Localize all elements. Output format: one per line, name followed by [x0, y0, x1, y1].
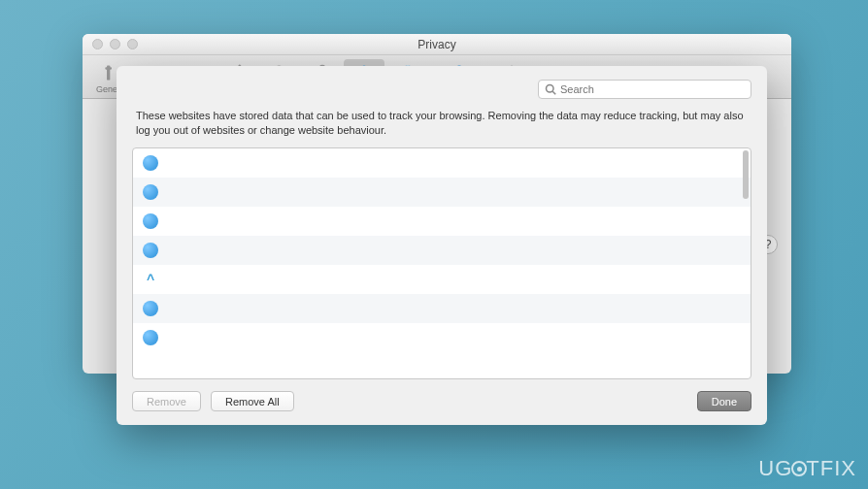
globe-icon: [143, 330, 158, 345]
globe-icon: [143, 301, 158, 316]
website-data-list[interactable]: ^: [132, 147, 751, 379]
search-row: [132, 80, 751, 99]
traffic-lights: [83, 39, 138, 49]
list-item[interactable]: [133, 207, 751, 236]
globe-icon: [143, 155, 158, 171]
list-item[interactable]: [133, 148, 751, 178]
list-item[interactable]: ^: [133, 265, 751, 294]
svg-point-14: [547, 85, 554, 93]
sheet-description: These websites have stored data that can…: [132, 109, 751, 138]
minimize-button[interactable]: [110, 39, 120, 49]
remove-all-button[interactable]: Remove All: [211, 391, 294, 411]
button-row: Remove Remove All Done: [132, 391, 751, 411]
website-data-sheet: These websites have stored data that can…: [117, 66, 767, 425]
scrollbar-thumb[interactable]: [743, 150, 749, 199]
titlebar: Privacy: [83, 34, 791, 55]
watermark: UGTFIX: [758, 456, 856, 481]
chevron-up-icon: ^: [143, 272, 158, 287]
list-item[interactable]: [133, 178, 751, 207]
search-icon: [545, 83, 556, 95]
search-input[interactable]: [560, 83, 745, 95]
search-field[interactable]: [538, 80, 751, 99]
globe-icon: [143, 184, 158, 200]
list-item[interactable]: [133, 236, 751, 265]
globe-icon: [143, 213, 158, 229]
zoom-button[interactable]: [127, 39, 138, 49]
list-item[interactable]: [133, 323, 751, 352]
svg-line-15: [552, 91, 555, 94]
remove-button: Remove: [132, 391, 201, 411]
done-button[interactable]: Done: [697, 391, 751, 411]
svg-rect-1: [105, 67, 112, 70]
close-button[interactable]: [92, 39, 103, 49]
globe-icon: [143, 243, 158, 258]
list-item[interactable]: [133, 294, 751, 323]
window-title: Privacy: [83, 38, 791, 51]
